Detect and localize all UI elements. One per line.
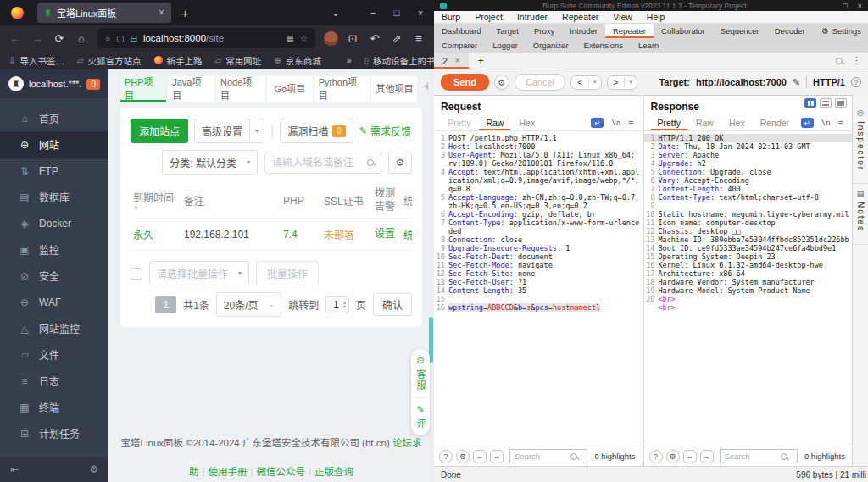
sidebar-item-home[interactable]: ⌂首页	[0, 105, 108, 131]
column-header-expire[interactable]: 到期时间▼	[131, 186, 181, 215]
code-line[interactable]: 6Accept-Encoding: gzip, deflate, br	[434, 210, 643, 219]
search-settings-gear-icon[interactable]: ⚙	[666, 450, 680, 463]
code-line[interactable]: 2Date: Thu, 18 Jan 2024 02:11:03 GMT	[644, 142, 853, 151]
cell-php[interactable]: 7.4	[281, 220, 321, 249]
chevron-down-icon[interactable]: ▾	[250, 119, 264, 142]
menu-burp[interactable]: Burp	[442, 12, 460, 22]
code-line[interactable]: 14Content-Length: 35	[434, 286, 643, 295]
forward-icon[interactable]: →	[27, 32, 47, 45]
code-line[interactable]: 12Chassis: desktop □□	[644, 227, 853, 235]
sidebar-item-terminal[interactable]: ▦终端	[0, 394, 108, 420]
menu-repeater[interactable]: Repeater	[562, 12, 598, 22]
code-line[interactable]: 14Boot ID: ce9fd5333ae34594b247ce6fa4bbd…	[644, 244, 853, 252]
help-float-widget[interactable]: ⊙ 客服 ✎ 评	[411, 349, 430, 435]
bookmark-item[interactable]: ▱火狐官方站点	[77, 54, 142, 67]
editor-menu-icon[interactable]: ≡	[838, 118, 843, 128]
sidebar-item-security[interactable]: ⊘安全	[0, 263, 108, 289]
request-tab-raw[interactable]: Raw	[479, 115, 510, 130]
code-line[interactable]: 12Sec-Fetch-Site: none	[434, 269, 643, 278]
browser-tab[interactable]: ♜ 宝塔Linux面板 ×	[37, 3, 171, 23]
menu-help[interactable]: Help	[647, 12, 665, 22]
sidebar-gear-icon[interactable]: ⚙	[89, 463, 98, 475]
edit-target-icon[interactable]: ✎	[793, 77, 800, 88]
tab-extensions[interactable]: Extensions	[576, 38, 631, 53]
tab-python[interactable]: Python项目	[314, 76, 370, 102]
code-line[interactable]: 4Upgrade: h2	[644, 159, 853, 168]
sidebar-item-docker[interactable]: ◈Docker	[0, 210, 108, 236]
page-number[interactable]: 1	[155, 296, 176, 313]
bookmark-item[interactable]: ⊕京东商城	[274, 54, 320, 67]
column-header-ssl[interactable]: SSL证书	[321, 189, 372, 212]
maximize-button[interactable]: □	[843, 2, 847, 10]
sidebar-item-ftp[interactable]: ⇅FTP	[0, 158, 108, 184]
code-line[interactable]: 13Sec-Fetch-User: ?1	[434, 278, 643, 286]
tab-organizer[interactable]: Organizer	[526, 38, 576, 53]
message-count-badge[interactable]: 0	[86, 79, 100, 90]
column-header-probe[interactable]: 拨测告警	[372, 183, 401, 218]
tab-php[interactable]: PHP项目	[120, 76, 166, 102]
permissions-icon[interactable]: ⊟	[131, 34, 137, 43]
select-all-checkbox[interactable]	[131, 268, 142, 280]
share-icon[interactable]: ⇗	[387, 32, 407, 45]
code-line[interactable]: 19Hardware Model: System Product Name	[644, 286, 853, 295]
code-line[interactable]: 17Architecture: x86-64	[644, 269, 853, 278]
tab-java[interactable]: Java项目	[168, 76, 214, 102]
menu-intruder[interactable]: Intruder	[517, 12, 548, 22]
vuln-scan-button[interactable]: 漏洞扫描 0	[280, 119, 353, 143]
column-header-php[interactable]: PHP	[281, 191, 321, 211]
column-header-stat[interactable]: 统	[401, 189, 412, 212]
tab-close-icon[interactable]: ×	[159, 7, 164, 19]
firefox-view-button[interactable]	[11, 7, 24, 19]
category-select[interactable]: 分类: 默认分类 ▾	[162, 150, 258, 175]
bt-logo-row[interactable]: ♜ localhost.***.**… 0	[0, 69, 108, 98]
tab-decoder[interactable]: Decoder	[767, 24, 813, 38]
code-line[interactable]: 2Host: localhost:7000	[434, 142, 643, 151]
show-newlines-icon[interactable]: \n	[821, 119, 831, 127]
minimize-button[interactable]: −	[361, 0, 385, 25]
advanced-settings-button[interactable]: 高级设置 ▾	[194, 119, 264, 143]
tab-learn[interactable]: Learn	[631, 38, 666, 53]
response-search-input[interactable]	[725, 452, 777, 461]
code-line[interactable]: 8Content-Type: text/html;charset=utf-8	[644, 193, 853, 202]
feedback-link[interactable]: ✎ 需求反馈	[359, 124, 411, 138]
stepper-down-icon[interactable]: ▾	[343, 305, 346, 309]
code-line[interactable]: 20<br>	[644, 295, 853, 303]
next-match-icon[interactable]: →	[490, 450, 504, 463]
code-line[interactable]: 6Vary: Accept-Encoding	[644, 176, 853, 185]
collapse-sidebar-icon[interactable]: ⇤	[10, 463, 19, 475]
cancel-button[interactable]: Cancel	[515, 74, 565, 91]
tab-other[interactable]: 其他项目	[371, 76, 417, 102]
code-line[interactable]: 13Machine ID: 389ebba7e53044ffbdc852351d…	[644, 235, 853, 244]
code-line[interactable]: 8Connection: close	[434, 235, 643, 244]
reload-icon[interactable]: ⟳	[49, 32, 70, 45]
qr-extension-icon[interactable]: ▦	[287, 34, 294, 43]
menu-project[interactable]: Project	[475, 12, 503, 22]
menu-hamburger-icon[interactable]: ≡	[409, 32, 429, 45]
code-line[interactable]: 7Content-Length: 400	[644, 185, 853, 193]
table-settings-button[interactable]: ⚙	[388, 152, 412, 174]
response-tab-pretty[interactable]: Pretty	[651, 115, 687, 130]
response-tab-render[interactable]: Render	[754, 115, 796, 130]
batch-apply-button[interactable]: 批量操作	[256, 261, 319, 285]
history-swoosh-icon[interactable]: ↶	[364, 32, 385, 45]
table-row[interactable]: 永久192.168.2.1017.4未部署设置统	[131, 218, 412, 251]
bookmark-star-icon[interactable]: ☆	[300, 34, 308, 43]
response-viewer[interactable]: 1HTTP/1.1 200 OK2Date: Thu, 18 Jan 2024 …	[644, 130, 853, 446]
search-icon[interactable]	[367, 159, 374, 166]
add-site-button[interactable]: 添加站点	[131, 119, 188, 143]
search-settings-gear-icon[interactable]: ⚙	[456, 450, 470, 463]
back-icon[interactable]: ←	[5, 32, 25, 45]
bookmarks-overflow-icon[interactable]: »	[347, 55, 352, 65]
code-line[interactable]: 4Accept: text/html,application/xhtml+xml…	[434, 168, 643, 193]
site-identity-icon[interactable]: ○	[105, 34, 110, 43]
word-wrap-icon[interactable]: ↵	[801, 118, 814, 128]
help-icon[interactable]: ?	[649, 450, 663, 463]
back-history-button[interactable]: <▾	[570, 75, 601, 90]
new-repeater-tab-button[interactable]: +	[469, 55, 493, 67]
word-wrap-icon[interactable]: ↵	[591, 118, 604, 128]
tab-sequencer[interactable]: Sequencer	[713, 24, 767, 38]
new-tab-button[interactable]: +	[181, 6, 189, 20]
columns-layout-icon[interactable]	[804, 98, 816, 108]
tab-collaborator[interactable]: Collaborator	[654, 24, 713, 38]
code-line[interactable]: 7Content-Type: application/x-www-form-ur…	[434, 219, 643, 235]
